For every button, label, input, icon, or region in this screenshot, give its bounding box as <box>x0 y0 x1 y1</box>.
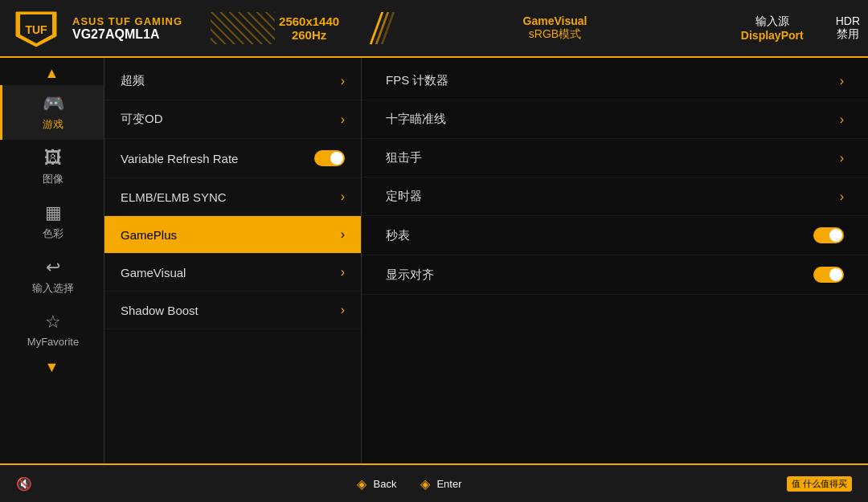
display-align-toggle[interactable] <box>813 267 844 283</box>
sidebar-item-favorite[interactable]: ☆ MyFavorite <box>0 304 104 356</box>
header-resolution: 2560x1440 260Hz <box>279 14 339 42</box>
menu-item-variable-od[interactable]: 可变OD › <box>104 100 361 139</box>
variable-od-chevron: › <box>341 112 345 127</box>
menu-item-shadow-boost[interactable]: Shadow Boost › <box>104 292 361 329</box>
hdr-label: HDR <box>836 14 860 27</box>
menu-item-gameplus[interactable]: GamePlus › <box>104 216 361 254</box>
svg-text:TUF: TUF <box>25 23 47 36</box>
menu-item-overclock[interactable]: 超频 › <box>104 62 361 100</box>
slash-decoration <box>375 12 389 44</box>
refresh-rate-text: 260Hz <box>292 28 326 42</box>
image-icon: 🖼 <box>44 148 62 169</box>
vrr-right <box>314 150 345 166</box>
hdr-value: 禁用 <box>837 27 859 42</box>
vrr-label: Variable Refresh Rate <box>121 152 238 165</box>
header-gamevisual: GameVisual sRGB模式 <box>401 14 709 42</box>
gameplus-chevron: › <box>341 227 345 242</box>
model-name: VG27AQML1A <box>72 27 182 42</box>
vrr-toggle-knob <box>330 152 343 165</box>
right-item-display-align[interactable]: 显示对齐 <box>362 255 868 295</box>
resolution-text: 2560x1440 <box>279 14 339 28</box>
right-menu: FPS 计数器 › 十字瞄准线 › 狙击手 › 定时器 › 秒表 显示对齐 <box>362 58 868 463</box>
overclock-right: › <box>341 74 345 88</box>
left-menu: 超频 › 可变OD › Variable Refresh Rate ELMB/E… <box>104 58 362 463</box>
brand-name: ASUS TUF GAMING <box>72 15 182 27</box>
footer-back[interactable]: ◈ Back <box>357 476 396 492</box>
menu-item-vrr[interactable]: Variable Refresh Rate <box>104 139 361 178</box>
enter-label: Enter <box>436 478 461 490</box>
menu-item-gamevisual[interactable]: GameVisual › <box>104 254 361 292</box>
timer-label: 定时器 <box>386 189 422 204</box>
shadow-boost-right: › <box>341 303 345 317</box>
display-align-toggle-knob <box>829 268 842 281</box>
game-icon: 🎮 <box>43 93 64 114</box>
elmb-chevron: › <box>341 190 345 204</box>
watermark-badge: 值 什么值得买 <box>787 476 852 492</box>
header-decoration <box>211 12 275 44</box>
gameplus-right: › <box>341 227 345 242</box>
asus-logo: TUF <box>8 4 64 52</box>
gamevisual-label: GameVisual <box>523 14 588 27</box>
sniper-label: 狙击手 <box>386 150 422 165</box>
color-icon: ▦ <box>45 202 62 223</box>
right-item-crosshair[interactable]: 十字瞄准线 › <box>362 100 868 139</box>
gamevisual-right: › <box>341 265 345 280</box>
header: TUF ASUS TUF GAMING VG27AQML1A 2560x1440… <box>0 0 868 58</box>
stopwatch-toggle[interactable] <box>813 227 844 243</box>
sidebar-down-arrow[interactable]: ▼ <box>42 356 63 379</box>
input-label: 输入源 <box>755 14 789 29</box>
sniper-chevron: › <box>840 151 844 165</box>
header-brand-model: ASUS TUF GAMING VG27AQML1A <box>72 15 182 42</box>
header-hdr: HDR 禁用 <box>836 14 860 42</box>
elmb-right: › <box>341 190 345 204</box>
input-icon: ↩ <box>46 257 60 278</box>
stopwatch-toggle-knob <box>829 229 842 242</box>
gamevisual-chevron: › <box>341 265 345 280</box>
menu-item-elmb[interactable]: ELMB/ELMB SYNC › <box>104 178 361 216</box>
fps-label: FPS 计数器 <box>386 73 448 88</box>
elmb-label: ELMB/ELMB SYNC <box>121 190 227 204</box>
sidebar-up-arrow[interactable]: ▲ <box>42 62 63 85</box>
overclock-chevron: › <box>341 74 345 88</box>
stopwatch-label: 秒表 <box>386 228 410 243</box>
right-item-sniper[interactable]: 狙击手 › <box>362 139 868 178</box>
variable-od-right: › <box>341 112 345 127</box>
crosshair-chevron: › <box>840 112 844 127</box>
main-content: ▲ 🎮 游戏 🖼 图像 ▦ 色彩 ↩ 输入选择 ☆ MyFavorite ▼ 超… <box>0 58 868 463</box>
sidebar-color-label: 色彩 <box>43 227 63 241</box>
variable-od-label: 可变OD <box>121 112 163 127</box>
timer-chevron: › <box>840 190 844 204</box>
right-item-timer[interactable]: 定时器 › <box>362 178 868 216</box>
shadow-boost-chevron: › <box>341 303 345 317</box>
footer-enter[interactable]: ◈ Enter <box>420 476 461 492</box>
sidebar-input-label: 输入选择 <box>32 281 74 296</box>
header-input-source: 输入源 DisplayPort <box>741 14 804 42</box>
gamevisual-value: sRGB模式 <box>529 27 581 42</box>
display-align-label: 显示对齐 <box>386 267 434 283</box>
fps-chevron: › <box>840 74 844 88</box>
sidebar-favorite-label: MyFavorite <box>27 336 79 348</box>
right-item-fps[interactable]: FPS 计数器 › <box>362 62 868 100</box>
crosshair-label: 十字瞄准线 <box>386 112 446 127</box>
favorite-icon: ☆ <box>45 312 61 333</box>
enter-dpad-icon: ◈ <box>420 476 430 492</box>
sidebar-item-color[interactable]: ▦ 色彩 <box>0 194 104 249</box>
back-label: Back <box>373 478 396 490</box>
mute-icon: 🔇 <box>16 476 32 492</box>
sidebar-item-image[interactable]: 🖼 图像 <box>0 140 104 194</box>
gameplus-label: GamePlus <box>121 228 177 242</box>
footer-mute: 🔇 <box>16 476 32 492</box>
shadow-boost-label: Shadow Boost <box>121 304 199 317</box>
input-value: DisplayPort <box>741 29 804 42</box>
right-item-stopwatch[interactable]: 秒表 <box>362 216 868 255</box>
sidebar-item-input[interactable]: ↩ 输入选择 <box>0 249 104 304</box>
back-dpad-icon: ◈ <box>357 476 366 492</box>
svg-rect-4 <box>211 12 275 44</box>
gamevisual-menu-label: GameVisual <box>121 266 186 280</box>
sidebar-image-label: 图像 <box>43 172 63 186</box>
sidebar: ▲ 🎮 游戏 🖼 图像 ▦ 色彩 ↩ 输入选择 ☆ MyFavorite ▼ <box>0 58 104 463</box>
footer: 🔇 ◈ Back ◈ Enter 值 什么值得买 <box>0 463 868 502</box>
vrr-toggle[interactable] <box>314 150 345 166</box>
sidebar-item-game[interactable]: 🎮 游戏 <box>0 85 104 140</box>
sidebar-game-label: 游戏 <box>43 117 63 132</box>
